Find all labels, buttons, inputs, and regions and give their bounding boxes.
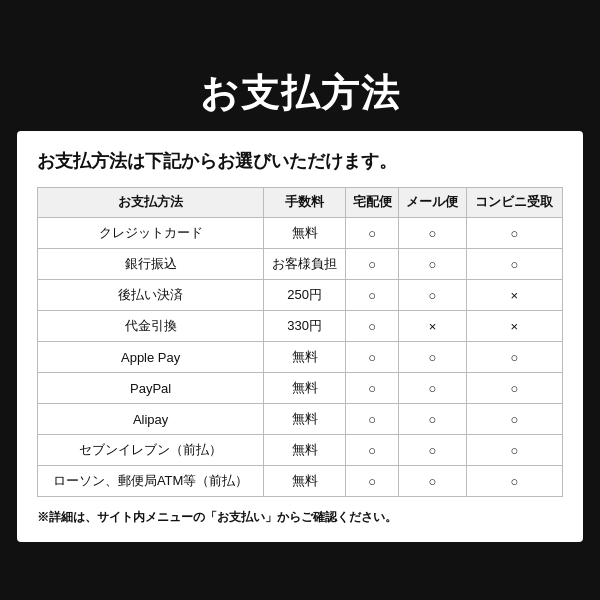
payment-method-cell: Alipay (38, 404, 264, 435)
payment-method-cell: 後払い決済 (38, 280, 264, 311)
table-cell: ○ (399, 342, 466, 373)
table-cell: ○ (346, 435, 399, 466)
table-cell: ○ (399, 280, 466, 311)
payment-method-cell: 代金引換 (38, 311, 264, 342)
table-cell: ○ (466, 249, 562, 280)
table-cell: ○ (399, 249, 466, 280)
table-cell: ○ (346, 218, 399, 249)
table-cell: ○ (399, 466, 466, 497)
table-row: PayPal無料○○○ (38, 373, 563, 404)
table-cell: 330円 (264, 311, 346, 342)
table-cell: ○ (346, 466, 399, 497)
table-header: 手数料 (264, 188, 346, 218)
table-cell: × (399, 311, 466, 342)
table-cell: お客様負担 (264, 249, 346, 280)
table-cell: 250円 (264, 280, 346, 311)
subtitle: お支払方法は下記からお選びいただけます。 (37, 149, 563, 173)
table-header-row: お支払方法手数料宅配便メール便コンビニ受取 (38, 188, 563, 218)
table-header: 宅配便 (346, 188, 399, 218)
table-row: 代金引換330円○×× (38, 311, 563, 342)
table-cell: 無料 (264, 435, 346, 466)
table-row: Apple Pay無料○○○ (38, 342, 563, 373)
table-cell: 無料 (264, 404, 346, 435)
table-header: コンビニ受取 (466, 188, 562, 218)
table-cell: 無料 (264, 342, 346, 373)
table-row: 銀行振込お客様負担○○○ (38, 249, 563, 280)
table-row: ローソン、郵便局ATM等（前払）無料○○○ (38, 466, 563, 497)
payment-method-cell: ローソン、郵便局ATM等（前払） (38, 466, 264, 497)
table-cell: ○ (466, 404, 562, 435)
page-title: お支払方法 (200, 58, 401, 131)
table-cell: ○ (466, 218, 562, 249)
table-cell: ○ (346, 373, 399, 404)
table-cell: ○ (466, 373, 562, 404)
page-container: お支払方法 お支払方法は下記からお選びいただけます。 お支払方法手数料宅配便メー… (10, 58, 590, 542)
content-card: お支払方法は下記からお選びいただけます。 お支払方法手数料宅配便メール便コンビニ… (17, 131, 583, 542)
table-row: 後払い決済250円○○× (38, 280, 563, 311)
table-header: メール便 (399, 188, 466, 218)
payment-method-cell: クレジットカード (38, 218, 264, 249)
table-cell: ○ (399, 435, 466, 466)
table-cell: 無料 (264, 466, 346, 497)
table-cell: ○ (346, 342, 399, 373)
payment-table: お支払方法手数料宅配便メール便コンビニ受取 クレジットカード無料○○○銀行振込お… (37, 187, 563, 497)
payment-method-cell: セブンイレブン（前払） (38, 435, 264, 466)
table-cell: ○ (466, 435, 562, 466)
table-cell: ○ (399, 373, 466, 404)
table-cell: ○ (346, 280, 399, 311)
table-cell: 無料 (264, 373, 346, 404)
table-cell: × (466, 280, 562, 311)
table-cell: ○ (466, 466, 562, 497)
table-cell: ○ (399, 218, 466, 249)
payment-method-cell: PayPal (38, 373, 264, 404)
table-cell: ○ (346, 404, 399, 435)
table-header: お支払方法 (38, 188, 264, 218)
table-cell: × (466, 311, 562, 342)
table-cell: ○ (466, 342, 562, 373)
table-cell: 無料 (264, 218, 346, 249)
table-row: Alipay無料○○○ (38, 404, 563, 435)
table-cell: ○ (399, 404, 466, 435)
table-cell: ○ (346, 249, 399, 280)
table-row: クレジットカード無料○○○ (38, 218, 563, 249)
table-cell: ○ (346, 311, 399, 342)
payment-method-cell: Apple Pay (38, 342, 264, 373)
table-row: セブンイレブン（前払）無料○○○ (38, 435, 563, 466)
footnote: ※詳細は、サイト内メニューの「お支払い」からご確認ください。 (37, 509, 563, 526)
payment-method-cell: 銀行振込 (38, 249, 264, 280)
